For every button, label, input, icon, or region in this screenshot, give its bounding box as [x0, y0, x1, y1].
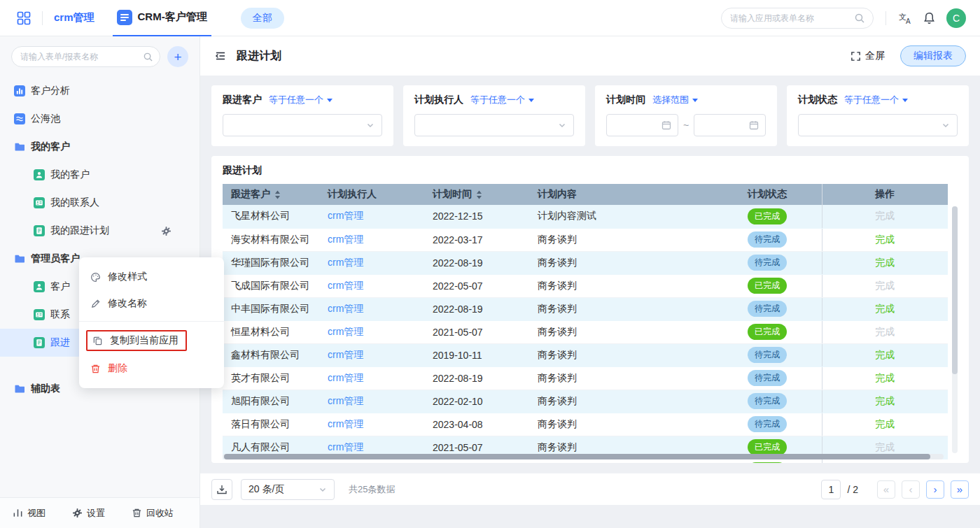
collapse-sidebar-icon[interactable] — [214, 50, 227, 62]
translate-icon[interactable]: 文A — [898, 11, 912, 25]
view-button[interactable]: 视图 — [13, 507, 46, 520]
executor-link[interactable]: crm管理 — [328, 280, 363, 291]
executor-link[interactable]: crm管理 — [328, 326, 363, 337]
menu-item-edit-style[interactable]: 修改样式 — [79, 264, 224, 290]
table-row[interactable]: 海安材料有限公司 crm管理 2022-03-17 商务谈判 待完成 完成 — [223, 228, 948, 251]
end-date-input[interactable] — [694, 114, 766, 136]
filter-condition-dropdown[interactable]: 选择范围 — [652, 94, 698, 106]
app-tab-crm[interactable]: CRM-客户管理 — [113, 0, 211, 36]
all-pill-button[interactable]: 全部 — [241, 8, 284, 29]
table-row[interactable]: 鑫材料有限公司 crm管理 2019-10-11 商务谈判 待完成 完成 — [223, 343, 948, 366]
menu-item-copy-to-app[interactable]: 复制到当前应用 — [79, 326, 224, 355]
horizontal-scrollbar-thumb[interactable] — [224, 454, 930, 459]
cell-executor: crm管理 — [319, 343, 424, 366]
executor-link[interactable]: crm管理 — [328, 441, 363, 452]
table-row[interactable]: 落日有限公司 crm管理 2023-04-08 商务谈判 待完成 完成 — [223, 413, 948, 436]
sidebar-item-label: 我的跟进计划 — [50, 224, 109, 237]
sidebar: + 客户分析 公海池 我的客户 — [0, 36, 200, 528]
workspace-name[interactable]: crm管理 — [54, 11, 94, 24]
table-row[interactable]: 飞星材料公司 crm管理 2022-12-15 计划内容测试 已完成 完成 — [223, 205, 948, 228]
cell-status: 待完成 — [739, 297, 822, 320]
prev-page-button[interactable]: ‹ — [902, 480, 920, 499]
sidebar-item-my-customer[interactable]: 我的客户 — [0, 161, 200, 189]
filter-label: 计划状态 — [798, 94, 837, 106]
vertical-scrollbar-thumb[interactable] — [952, 206, 958, 374]
executor-link[interactable]: crm管理 — [328, 234, 363, 245]
page-size-select[interactable]: 20 条/页 — [241, 479, 335, 500]
first-page-button[interactable]: « — [877, 480, 895, 499]
cell-customer: 华瑾国际有限公司 — [223, 251, 319, 274]
executor-link[interactable]: crm管理 — [328, 210, 363, 221]
executor-link[interactable]: crm管理 — [328, 395, 363, 406]
sidebar-item-public-pool[interactable]: 公海池 — [0, 105, 200, 133]
vertical-scrollbar[interactable] — [952, 206, 958, 453]
table-row[interactable]: 华瑾国际有限公司 crm管理 2022-08-19 商务谈判 待完成 完成 — [223, 251, 948, 274]
current-page-input[interactable]: 1 — [821, 480, 841, 499]
customer-filter-select[interactable] — [223, 114, 382, 136]
executor-link[interactable]: crm管理 — [328, 349, 363, 360]
status-filter-select[interactable] — [798, 114, 958, 136]
edit-report-button[interactable]: 编辑报表 — [900, 45, 966, 66]
complete-action-link[interactable]: 完成 — [875, 257, 895, 268]
cell-action: 完成 — [822, 413, 948, 436]
start-date-input[interactable] — [606, 114, 678, 136]
cell-content: 商务谈判 — [529, 366, 739, 390]
recycle-bin-button[interactable]: 回收站 — [132, 507, 174, 520]
table-row[interactable]: 英才有限公司 crm管理 2022-08-19 商务谈判 待完成 完成 — [223, 366, 948, 390]
topbar-search-input[interactable] — [721, 8, 874, 29]
complete-action-link[interactable]: 完成 — [875, 372, 895, 383]
complete-action-link[interactable]: 完成 — [875, 280, 895, 291]
filter-condition-dropdown[interactable]: 等于任意一个 — [269, 94, 332, 106]
fullscreen-button[interactable]: 全屏 — [850, 50, 885, 62]
complete-action-link[interactable]: 完成 — [875, 395, 895, 406]
sidebar-item-label: 客户 — [50, 280, 70, 293]
sidebar-item-my-follow-plan[interactable]: 我的跟进计划 — [0, 217, 200, 245]
sort-icon[interactable] — [274, 190, 281, 199]
executor-filter-select[interactable] — [414, 114, 574, 136]
executor-link[interactable]: crm管理 — [328, 418, 363, 429]
bell-icon[interactable] — [923, 11, 936, 24]
complete-action-link[interactable]: 完成 — [875, 441, 895, 452]
col-status: 计划状态 — [739, 184, 822, 205]
sidebar-search-input[interactable] — [11, 46, 160, 67]
cell-customer: 飞星材料公司 — [223, 205, 319, 228]
sort-icon[interactable] — [476, 190, 482, 199]
item-settings-gear-icon[interactable] — [161, 226, 172, 236]
export-button[interactable] — [211, 479, 232, 500]
col-date[interactable]: 计划时间 — [424, 184, 529, 205]
contact-card-icon — [34, 309, 45, 320]
complete-action-link[interactable]: 完成 — [875, 210, 895, 221]
menu-item-rename[interactable]: 修改名称 — [79, 290, 224, 317]
add-form-button[interactable]: + — [167, 46, 188, 67]
sidebar-item-customer-analysis[interactable]: 客户分析 — [0, 77, 200, 105]
col-customer[interactable]: 跟进客户 — [223, 184, 319, 205]
table-row[interactable]: 飞成国际有限公司 crm管理 2022-05-07 商务谈判 已完成 完成 — [223, 274, 948, 297]
executor-link[interactable]: crm管理 — [328, 372, 363, 383]
status-badge: 已完成 — [748, 278, 787, 294]
horizontal-scrollbar[interactable] — [223, 454, 944, 459]
filter-condition-dropdown[interactable]: 等于任意一个 — [470, 94, 534, 106]
cell-content: 计划内容测试 — [529, 205, 739, 228]
complete-action-link[interactable]: 完成 — [875, 418, 895, 429]
table-row[interactable]: 旭阳有限公司 crm管理 2022-02-10 商务谈判 待完成 完成 — [223, 390, 948, 413]
apps-grid-icon[interactable] — [17, 11, 31, 25]
complete-action-link[interactable]: 完成 — [875, 303, 895, 314]
table-row[interactable]: 恒星材料公司 crm管理 2021-05-07 商务谈判 已完成 完成 — [223, 320, 948, 343]
filter-condition-dropdown[interactable]: 等于任意一个 — [844, 94, 908, 106]
complete-action-link[interactable]: 完成 — [875, 326, 895, 337]
topbar-search-field[interactable] — [730, 13, 855, 23]
settings-button[interactable]: 设置 — [72, 507, 105, 520]
sidebar-search-field[interactable] — [20, 52, 139, 62]
next-page-button[interactable]: › — [926, 480, 944, 499]
menu-item-delete[interactable]: 删除 — [79, 355, 224, 382]
complete-action-link[interactable]: 完成 — [875, 234, 895, 245]
executor-link[interactable]: crm管理 — [328, 303, 363, 314]
cell-date: 2022-08-19 — [424, 251, 529, 274]
last-page-button[interactable]: » — [951, 480, 969, 499]
sidebar-item-my-contacts[interactable]: 我的联系人 — [0, 189, 200, 217]
avatar[interactable]: C — [946, 8, 966, 28]
complete-action-link[interactable]: 完成 — [875, 349, 895, 360]
executor-link[interactable]: crm管理 — [328, 257, 363, 268]
sidebar-folder-my-customer[interactable]: 我的客户 — [0, 133, 200, 161]
table-row[interactable]: 中丰国际有限公司 crm管理 2022-08-19 商务谈判 待完成 完成 — [223, 297, 948, 320]
